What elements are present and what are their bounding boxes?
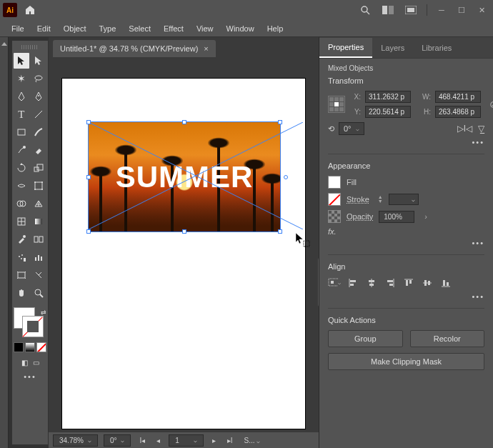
stroke-weight-stepper[interactable]: ▲▼ <box>378 195 383 204</box>
artboard-nav-field[interactable]: 1⌵ <box>169 434 204 447</box>
blend-tool[interactable] <box>31 232 47 247</box>
eyedropper-tool[interactable] <box>14 232 29 247</box>
shape-builder-tool[interactable] <box>14 196 29 211</box>
handle-ne[interactable] <box>278 120 282 124</box>
rectangle-tool[interactable] <box>14 124 29 140</box>
vertical-scrollbar-thumb[interactable] <box>318 257 319 307</box>
hand-tool[interactable] <box>14 285 29 301</box>
height-input[interactable] <box>435 106 481 118</box>
menu-view[interactable]: View <box>191 22 219 35</box>
rotation-dropdown[interactable]: 0°⌵ <box>339 122 364 135</box>
menu-object[interactable]: Object <box>58 22 92 35</box>
last-artboard-button[interactable]: ▸I <box>224 437 236 444</box>
close-window-button[interactable]: ✕ <box>473 4 490 16</box>
rotate-view-field[interactable]: 0°⌵ <box>104 434 131 447</box>
align-left-button[interactable] <box>347 277 359 289</box>
eraser-tool[interactable] <box>31 142 47 158</box>
menu-file[interactable]: File <box>6 22 30 35</box>
tab-libraries[interactable]: Libraries <box>413 39 460 57</box>
line-segment-tool[interactable] <box>31 106 47 122</box>
menu-window[interactable]: Window <box>221 22 260 35</box>
panel-grip[interactable] <box>21 45 39 49</box>
handle-nw[interactable] <box>86 120 91 124</box>
handle-sw[interactable] <box>86 229 91 234</box>
opacity-input[interactable]: 100% <box>379 211 414 223</box>
perspective-grid-tool[interactable] <box>31 196 47 211</box>
close-tab-button[interactable]: × <box>204 44 208 53</box>
align-vcenter-button[interactable] <box>421 277 434 289</box>
handle-s[interactable] <box>182 229 186 234</box>
color-mode-solid[interactable] <box>14 342 24 352</box>
stroke-weight-dropdown[interactable]: ⌵ <box>389 194 419 205</box>
scale-tool[interactable] <box>31 160 47 176</box>
search-button[interactable] <box>355 1 375 19</box>
flip-horizontal-button[interactable]: ▷I◁ <box>457 124 472 134</box>
pen-tool[interactable] <box>14 89 29 104</box>
prev-artboard-button[interactable]: ◂ <box>154 437 163 444</box>
fill-color-swatch[interactable] <box>328 176 341 189</box>
stroke-color-swatch[interactable] <box>328 193 341 206</box>
lasso-tool[interactable] <box>31 71 47 86</box>
selection-bounding-box[interactable]: SUMMER <box>88 121 281 232</box>
home-button[interactable] <box>21 1 39 19</box>
handle-e[interactable] <box>284 175 288 179</box>
gradient-tool[interactable] <box>31 214 47 229</box>
shaper-tool[interactable] <box>14 142 29 158</box>
group-button[interactable]: Group <box>328 330 403 347</box>
edit-toolbar-button[interactable]: ••• <box>24 372 36 381</box>
zoom-field[interactable]: 34.78%⌵ <box>53 434 98 447</box>
artboard-name-dropdown[interactable]: S... ⌵ <box>244 437 261 444</box>
selection-tool[interactable] <box>14 53 29 69</box>
first-artboard-button[interactable]: I◂ <box>136 437 148 444</box>
opacity-flyout-button[interactable]: › <box>420 212 432 221</box>
artboard-tool[interactable] <box>14 267 29 283</box>
menu-type[interactable]: Type <box>94 22 122 35</box>
recolor-button[interactable]: Recolor <box>410 330 485 347</box>
maximize-button[interactable]: ☐ <box>453 4 470 16</box>
make-clipping-mask-button[interactable]: Make Clipping Mask <box>328 353 484 370</box>
align-to-button[interactable]: ⌵ <box>328 277 341 289</box>
handle-w[interactable] <box>86 175 91 179</box>
text-object[interactable]: SUMMER <box>116 160 254 194</box>
screen-mode-button[interactable]: ▭ <box>31 357 41 367</box>
align-right-button[interactable] <box>384 277 397 289</box>
rotate-tool[interactable] <box>14 160 29 176</box>
mesh-tool[interactable] <box>14 214 29 229</box>
workspace-switcher-button[interactable] <box>401 1 421 19</box>
reference-point-widget[interactable] <box>328 96 345 113</box>
constrain-proportions-icon[interactable]: ⊘ <box>489 99 493 110</box>
canvas-viewport[interactable]: SUMMER <box>49 57 319 432</box>
arrange-documents-button[interactable] <box>378 1 398 19</box>
menu-help[interactable]: Help <box>262 22 289 35</box>
free-transform-tool[interactable] <box>31 178 47 194</box>
width-input[interactable] <box>435 91 481 103</box>
zoom-tool[interactable] <box>31 285 47 301</box>
curvature-tool[interactable] <box>31 89 47 104</box>
type-tool[interactable]: T <box>14 106 29 122</box>
appearance-more-button[interactable]: ••• <box>328 239 484 247</box>
color-mode-none[interactable] <box>36 342 46 352</box>
stroke-swatch[interactable] <box>22 316 44 337</box>
flip-vertical-button[interactable]: ▽̲ <box>478 124 484 134</box>
paintbrush-tool[interactable] <box>31 124 47 140</box>
handle-se[interactable] <box>278 229 282 234</box>
fx-button[interactable]: fx. <box>328 227 484 236</box>
document-tab[interactable]: Untitled-1* @ 34.78 % (CMYK/Preview) × <box>53 40 216 57</box>
y-input[interactable] <box>365 106 411 118</box>
tab-layers[interactable]: Layers <box>372 39 413 57</box>
swap-fill-stroke-icon[interactable]: ⇄ <box>41 309 46 316</box>
tab-properties[interactable]: Properties <box>319 38 372 58</box>
artboard[interactable]: SUMMER <box>62 79 305 429</box>
transform-more-button[interactable]: ••• <box>328 138 484 146</box>
menu-effect[interactable]: Effect <box>158 22 189 35</box>
align-more-button[interactable]: ••• <box>328 292 484 301</box>
minimize-button[interactable]: ─ <box>433 4 450 16</box>
symbol-sprayer-tool[interactable] <box>14 249 29 265</box>
draw-mode-button[interactable]: ◧ <box>19 357 29 367</box>
slice-tool[interactable] <box>31 267 47 283</box>
panel-collapse-strip[interactable] <box>0 37 9 448</box>
handle-n[interactable] <box>182 120 186 124</box>
align-bottom-button[interactable] <box>439 277 452 289</box>
direct-selection-tool[interactable] <box>31 53 47 69</box>
next-artboard-button[interactable]: ▸ <box>209 437 219 444</box>
